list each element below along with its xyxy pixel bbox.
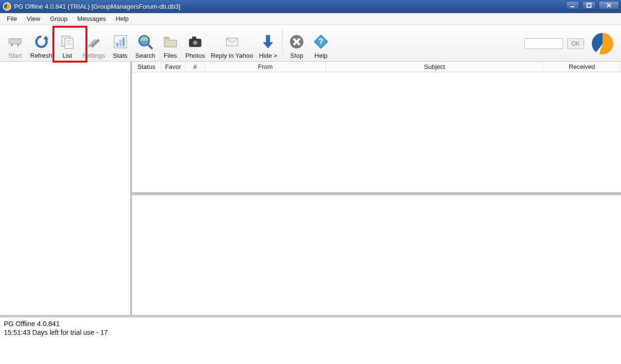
message-list[interactable]	[132, 72, 621, 192]
status-line-1: PG Offline 4.0.841	[4, 319, 617, 328]
svg-rect-26	[266, 35, 270, 42]
files-icon	[161, 33, 180, 51]
maximize-button[interactable]	[582, 1, 596, 10]
hide-label: Hide >	[259, 52, 277, 59]
svg-rect-17	[119, 40, 121, 47]
stop-button[interactable]: Stop	[285, 26, 309, 60]
content-area: Status Favor # From Subject Received	[132, 62, 621, 315]
status-log: PG Offline 4.0.841 15:51:43 Days left fo…	[0, 315, 621, 364]
minimize-button[interactable]	[566, 1, 579, 10]
main-area: Status Favor # From Subject Received	[0, 62, 621, 315]
refresh-icon	[32, 33, 50, 51]
col-num[interactable]: #	[185, 62, 205, 72]
files-label: Files	[164, 52, 177, 59]
svg-line-20	[148, 45, 152, 49]
settings-icon	[84, 33, 103, 51]
svg-marker-7	[43, 35, 49, 40]
reply-icon	[223, 33, 241, 51]
svg-rect-16	[116, 43, 118, 46]
svg-marker-27	[263, 42, 273, 49]
svg-rect-22	[192, 36, 197, 39]
start-label: Start	[8, 52, 21, 59]
start-icon	[6, 33, 24, 51]
help-label: Help	[315, 52, 328, 59]
hide-icon	[259, 33, 277, 51]
refresh-label: Refresh	[30, 52, 52, 59]
menu-help[interactable]: Help	[111, 14, 134, 24]
close-button[interactable]	[599, 1, 619, 10]
stats-icon	[111, 33, 130, 51]
brand-logo-icon	[591, 32, 614, 55]
col-from[interactable]: From	[205, 62, 326, 72]
photos-icon	[186, 33, 204, 51]
photos-button[interactable]: Photos	[183, 26, 208, 60]
help-icon: ?	[312, 33, 330, 51]
list-icon	[58, 33, 77, 51]
search-icon	[136, 33, 154, 51]
refresh-button[interactable]: Refresh	[27, 26, 55, 60]
quick-input[interactable]	[524, 38, 563, 49]
menu-view[interactable]: View	[22, 14, 45, 24]
settings-label: Settings	[83, 52, 105, 59]
svg-point-24	[194, 41, 197, 44]
status-line-2: 15:51:43 Days left for trial use - 17	[4, 328, 617, 337]
stats-label: Stats	[113, 52, 128, 59]
reply-button[interactable]: Reply in Yahoo	[208, 26, 256, 60]
menu-group[interactable]: Group	[45, 14, 72, 24]
toolbar-right: OK	[524, 27, 618, 60]
ok-button[interactable]: OK	[567, 38, 584, 49]
settings-button[interactable]: Settings	[80, 26, 108, 60]
toolbar-separator	[282, 29, 283, 53]
message-list-headers: Status Favor # From Subject Received	[132, 62, 621, 72]
search-button[interactable]: Search	[133, 26, 158, 60]
window-controls	[566, 0, 619, 13]
list-label: List	[62, 52, 72, 59]
photos-label: Photos	[185, 52, 205, 59]
svg-rect-9	[65, 38, 73, 49]
col-received[interactable]: Received	[543, 62, 621, 72]
window-title: PG Offline 4.0.841 (TRIAL) [GroupManager…	[14, 3, 180, 10]
list-button[interactable]: List	[55, 26, 80, 60]
col-favor[interactable]: Favor	[161, 62, 185, 72]
reply-label: Reply in Yahoo	[211, 52, 253, 59]
search-label: Search	[135, 52, 155, 59]
svg-rect-18	[122, 38, 124, 47]
svg-text:?: ?	[319, 37, 323, 46]
start-button[interactable]: Start	[3, 26, 27, 60]
hide-button[interactable]: Hide >	[256, 26, 280, 60]
stats-button[interactable]: Stats	[108, 26, 133, 60]
help-button[interactable]: ? Help	[309, 26, 333, 60]
svg-rect-1	[587, 3, 591, 7]
menu-messages[interactable]: Messages	[72, 14, 111, 24]
menubar: File View Group Messages Help	[0, 13, 621, 25]
col-status[interactable]: Status	[132, 62, 161, 72]
toolbar: Start Refresh List Settings Stats Search…	[0, 25, 621, 62]
groups-sidebar[interactable]	[0, 62, 132, 315]
svg-rect-6	[17, 44, 19, 46]
stop-label: Stop	[290, 52, 303, 59]
svg-rect-5	[11, 44, 13, 46]
svg-rect-4	[9, 39, 21, 44]
message-preview[interactable]	[132, 195, 621, 315]
col-subject[interactable]: Subject	[326, 62, 543, 72]
window-titlebar: PG Offline 4.0.841 (TRIAL) [GroupManager…	[0, 0, 621, 13]
files-button[interactable]: Files	[158, 26, 183, 60]
app-icon	[3, 2, 11, 11]
menu-file[interactable]: File	[2, 14, 22, 24]
stop-icon	[287, 33, 306, 51]
